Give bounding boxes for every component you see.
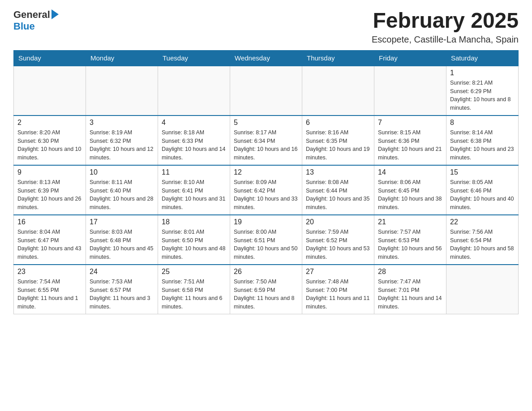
calendar-cell [86, 66, 158, 116]
day-number: 23 [17, 268, 82, 276]
weekday-header-friday: Friday [374, 50, 446, 66]
calendar-cell: 16Sunrise: 8:04 AM Sunset: 6:47 PM Dayli… [14, 215, 86, 265]
weekday-header-tuesday: Tuesday [158, 50, 230, 66]
calendar-cell: 25Sunrise: 7:51 AM Sunset: 6:58 PM Dayli… [158, 265, 230, 314]
calendar-cell [446, 265, 519, 314]
day-number: 20 [306, 218, 370, 226]
day-info: Sunrise: 8:16 AM Sunset: 6:35 PM Dayligh… [306, 128, 370, 162]
day-number: 2 [17, 119, 82, 127]
calendar-cell: 2Sunrise: 8:20 AM Sunset: 6:30 PM Daylig… [14, 116, 86, 165]
calendar-cell: 11Sunrise: 8:10 AM Sunset: 6:41 PM Dayli… [158, 165, 230, 215]
calendar-cell: 6Sunrise: 8:16 AM Sunset: 6:35 PM Daylig… [302, 116, 374, 165]
weekday-header-saturday: Saturday [446, 50, 519, 66]
day-number: 19 [234, 218, 298, 226]
day-number: 1 [450, 69, 515, 77]
calendar-cell: 19Sunrise: 8:00 AM Sunset: 6:51 PM Dayli… [230, 215, 302, 265]
day-info: Sunrise: 8:04 AM Sunset: 6:47 PM Dayligh… [17, 228, 82, 261]
calendar-cell: 18Sunrise: 8:01 AM Sunset: 6:50 PM Dayli… [158, 215, 230, 265]
day-number: 17 [90, 218, 154, 226]
calendar-week-row: 2Sunrise: 8:20 AM Sunset: 6:30 PM Daylig… [14, 116, 519, 165]
calendar-cell: 20Sunrise: 7:59 AM Sunset: 6:52 PM Dayli… [302, 215, 374, 265]
day-info: Sunrise: 7:47 AM Sunset: 7:01 PM Dayligh… [378, 278, 442, 311]
day-info: Sunrise: 8:11 AM Sunset: 6:40 PM Dayligh… [90, 178, 154, 212]
day-info: Sunrise: 8:19 AM Sunset: 6:32 PM Dayligh… [90, 128, 154, 162]
day-number: 24 [90, 268, 154, 276]
day-number: 10 [90, 168, 154, 176]
day-number: 7 [378, 119, 442, 127]
weekday-header-wednesday: Wednesday [230, 50, 302, 66]
day-info: Sunrise: 7:48 AM Sunset: 7:00 PM Dayligh… [306, 278, 370, 311]
day-info: Sunrise: 8:17 AM Sunset: 6:34 PM Dayligh… [234, 128, 298, 162]
calendar-header-row: SundayMondayTuesdayWednesdayThursdayFrid… [14, 50, 519, 66]
day-info: Sunrise: 8:05 AM Sunset: 6:46 PM Dayligh… [450, 178, 515, 212]
location-subtitle: Escopete, Castille-La Mancha, Spain [372, 34, 519, 45]
calendar-cell: 14Sunrise: 8:06 AM Sunset: 6:45 PM Dayli… [374, 165, 446, 215]
calendar-cell: 7Sunrise: 8:15 AM Sunset: 6:36 PM Daylig… [374, 116, 446, 165]
calendar-cell: 13Sunrise: 8:08 AM Sunset: 6:44 PM Dayli… [302, 165, 374, 215]
calendar-cell: 10Sunrise: 8:11 AM Sunset: 6:40 PM Dayli… [86, 165, 158, 215]
day-number: 3 [90, 119, 154, 127]
day-info: Sunrise: 8:06 AM Sunset: 6:45 PM Dayligh… [378, 178, 442, 212]
day-info: Sunrise: 8:14 AM Sunset: 6:38 PM Dayligh… [450, 128, 515, 162]
calendar-week-row: 16Sunrise: 8:04 AM Sunset: 6:47 PM Dayli… [14, 215, 519, 265]
day-info: Sunrise: 7:51 AM Sunset: 6:58 PM Dayligh… [162, 278, 226, 311]
day-number: 9 [17, 168, 82, 176]
day-info: Sunrise: 8:10 AM Sunset: 6:41 PM Dayligh… [162, 178, 226, 212]
logo-general: General [13, 9, 50, 21]
calendar-cell: 23Sunrise: 7:54 AM Sunset: 6:55 PM Dayli… [14, 265, 86, 314]
day-number: 6 [306, 119, 370, 127]
day-info: Sunrise: 8:03 AM Sunset: 6:48 PM Dayligh… [90, 228, 154, 261]
day-info: Sunrise: 7:56 AM Sunset: 6:54 PM Dayligh… [450, 228, 515, 261]
calendar-cell [374, 66, 446, 116]
day-info: Sunrise: 8:01 AM Sunset: 6:50 PM Dayligh… [162, 228, 226, 261]
weekday-header-thursday: Thursday [302, 50, 374, 66]
calendar-cell: 3Sunrise: 8:19 AM Sunset: 6:32 PM Daylig… [86, 116, 158, 165]
calendar-cell: 24Sunrise: 7:53 AM Sunset: 6:57 PM Dayli… [86, 265, 158, 314]
day-number: 13 [306, 168, 370, 176]
calendar-cell: 15Sunrise: 8:05 AM Sunset: 6:46 PM Dayli… [446, 165, 519, 215]
weekday-header-monday: Monday [86, 50, 158, 66]
day-number: 26 [234, 268, 298, 276]
day-number: 25 [162, 268, 226, 276]
day-number: 14 [378, 168, 442, 176]
weekday-header-sunday: Sunday [14, 50, 86, 66]
day-info: Sunrise: 8:08 AM Sunset: 6:44 PM Dayligh… [306, 178, 370, 212]
calendar-cell: 21Sunrise: 7:57 AM Sunset: 6:53 PM Dayli… [374, 215, 446, 265]
day-number: 28 [378, 268, 442, 276]
day-number: 8 [450, 119, 515, 127]
calendar-week-row: 23Sunrise: 7:54 AM Sunset: 6:55 PM Dayli… [14, 265, 519, 314]
calendar-cell: 27Sunrise: 7:48 AM Sunset: 7:00 PM Dayli… [302, 265, 374, 314]
calendar-cell: 1Sunrise: 8:21 AM Sunset: 6:29 PM Daylig… [446, 66, 519, 116]
day-number: 12 [234, 168, 298, 176]
day-info: Sunrise: 8:20 AM Sunset: 6:30 PM Dayligh… [17, 128, 82, 162]
calendar-cell: 5Sunrise: 8:17 AM Sunset: 6:34 PM Daylig… [230, 116, 302, 165]
day-info: Sunrise: 8:18 AM Sunset: 6:33 PM Dayligh… [162, 128, 226, 162]
page-header: General Blue February 2025 Escopete, Cas… [13, 9, 519, 45]
day-info: Sunrise: 7:53 AM Sunset: 6:57 PM Dayligh… [90, 278, 154, 311]
calendar-cell: 12Sunrise: 8:09 AM Sunset: 6:42 PM Dayli… [230, 165, 302, 215]
calendar-cell: 8Sunrise: 8:14 AM Sunset: 6:38 PM Daylig… [446, 116, 519, 165]
calendar-week-row: 1Sunrise: 8:21 AM Sunset: 6:29 PM Daylig… [14, 66, 519, 116]
day-number: 22 [450, 218, 515, 226]
calendar-cell: 26Sunrise: 7:50 AM Sunset: 6:59 PM Dayli… [230, 265, 302, 314]
day-info: Sunrise: 8:21 AM Sunset: 6:29 PM Dayligh… [450, 79, 515, 112]
day-number: 5 [234, 119, 298, 127]
day-number: 15 [450, 168, 515, 176]
calendar-cell: 4Sunrise: 8:18 AM Sunset: 6:33 PM Daylig… [158, 116, 230, 165]
day-number: 16 [17, 218, 82, 226]
day-number: 18 [162, 218, 226, 226]
logo-arrow-icon [51, 9, 59, 19]
calendar-cell: 22Sunrise: 7:56 AM Sunset: 6:54 PM Dayli… [446, 215, 519, 265]
month-title: February 2025 [372, 9, 519, 33]
logo: General Blue [13, 9, 59, 33]
day-info: Sunrise: 7:57 AM Sunset: 6:53 PM Dayligh… [378, 228, 442, 261]
day-info: Sunrise: 8:13 AM Sunset: 6:39 PM Dayligh… [17, 178, 82, 212]
day-number: 27 [306, 268, 370, 276]
calendar-cell [158, 66, 230, 116]
calendar-cell [14, 66, 86, 116]
calendar-cell: 9Sunrise: 8:13 AM Sunset: 6:39 PM Daylig… [14, 165, 86, 215]
day-info: Sunrise: 8:00 AM Sunset: 6:51 PM Dayligh… [234, 228, 298, 261]
logo-blue: Blue [13, 21, 59, 32]
calendar-table: SundayMondayTuesdayWednesdayThursdayFrid… [13, 50, 519, 314]
calendar-cell: 17Sunrise: 8:03 AM Sunset: 6:48 PM Dayli… [86, 215, 158, 265]
